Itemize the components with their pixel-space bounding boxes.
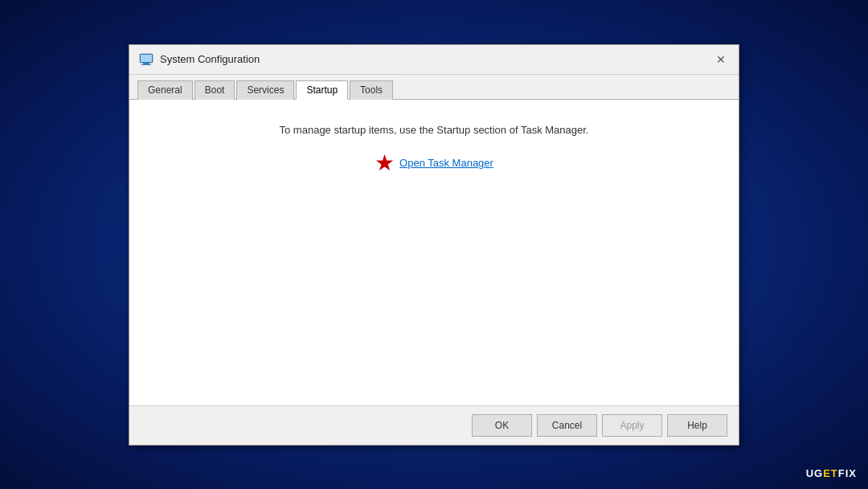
svg-rect-3 [141,64,151,65]
content-area: To manage startup items, use the Startup… [129,100,739,405]
help-button[interactable]: Help [667,414,727,437]
watermark-part1: UG [806,467,824,479]
title-bar: System Configuration ✕ [129,45,739,75]
tab-boot[interactable]: Boot [194,80,235,100]
watermark-part2: ET [823,467,838,479]
tab-services[interactable]: Services [236,80,294,100]
dialog-title: System Configuration [160,53,260,65]
computer-icon [139,52,154,67]
apply-button[interactable]: Apply [602,414,662,437]
red-star-icon: ★ [375,152,395,175]
info-text: To manage startup items, use the Startup… [280,124,589,136]
open-task-manager-link[interactable]: Open Task Manager [399,157,493,169]
watermark: UGETFIX [806,467,857,479]
ok-button[interactable]: OK [472,414,532,437]
tab-bar: General Boot Services Startup Tools [129,75,739,100]
tab-general[interactable]: General [137,80,193,100]
close-button[interactable]: ✕ [713,51,729,68]
cancel-button[interactable]: Cancel [537,414,597,437]
svg-rect-2 [143,63,149,64]
tab-startup[interactable]: Startup [296,80,348,100]
link-row: ★ Open Task Manager [375,152,493,175]
button-bar: OK Cancel Apply Help [129,405,739,445]
svg-rect-1 [141,55,152,62]
watermark-part3: FIX [838,467,857,479]
system-configuration-dialog: System Configuration ✕ General Boot Serv… [129,44,739,446]
title-bar-left: System Configuration [139,52,260,67]
tab-tools[interactable]: Tools [350,80,393,100]
